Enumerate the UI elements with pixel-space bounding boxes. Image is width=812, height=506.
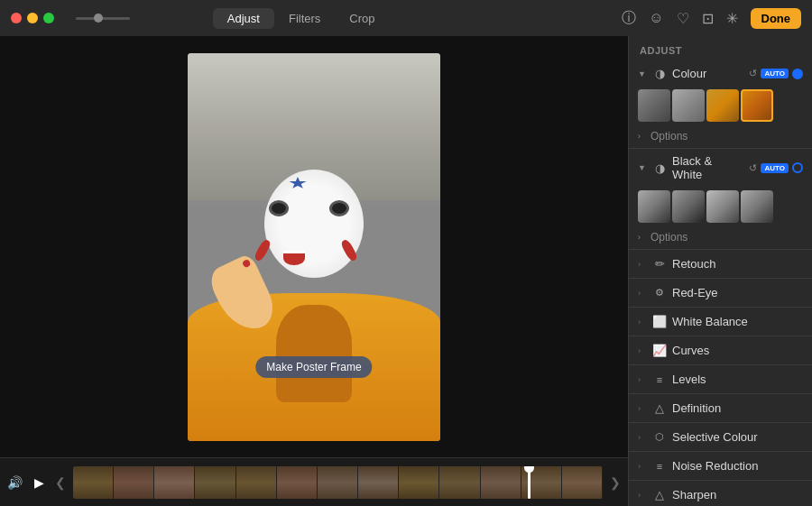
levels-label: Levels <box>672 373 803 386</box>
bw-swatch-2[interactable] <box>672 190 705 223</box>
swatch-1[interactable] <box>638 89 670 122</box>
colour-options[interactable]: › Options <box>629 127 812 148</box>
auto-badge[interactable]: AUTO <box>761 69 789 78</box>
retouch-label: Retouch <box>672 257 803 271</box>
chevron-right-icon: › <box>638 404 647 413</box>
noise-icon: ≡ <box>652 461 667 472</box>
smile-mark-left <box>254 238 272 262</box>
adjust-header: ADJUST <box>629 36 812 61</box>
maximize-button[interactable] <box>43 13 54 23</box>
section-sharpen[interactable]: › △ Sharpen <box>629 481 812 506</box>
chevron-right-icon: › <box>638 260 647 269</box>
section-retouch[interactable]: › ✏ Retouch <box>629 250 812 279</box>
colour-swatches <box>629 86 812 127</box>
section-wb[interactable]: › ⬜ White Balance <box>629 308 812 336</box>
redeye-icon: ⚙ <box>652 287 667 299</box>
crop-icon[interactable]: ⊡ <box>702 10 714 27</box>
swatch-2[interactable] <box>672 89 705 122</box>
section-redeye[interactable]: › ⚙ Red-Eye <box>629 279 812 308</box>
close-button[interactable] <box>11 13 22 23</box>
definition-icon: △ <box>652 401 667 415</box>
timeline: 🔊 ▶ ❮ ❯ <box>0 457 628 506</box>
timeline-frame <box>114 466 154 499</box>
info-icon[interactable]: ⓘ <box>622 9 636 28</box>
minimize-button[interactable] <box>27 13 38 23</box>
chevron-right-icon: › <box>638 317 647 327</box>
section-bw: ▼ ◑ Black & White ↺ AUTO › Options <box>629 149 812 250</box>
traffic-lights <box>11 13 54 23</box>
wb-icon: ⬜ <box>652 315 667 328</box>
bw-options-label: Options <box>651 231 687 244</box>
timeline-right-arrow[interactable]: ❯ <box>610 475 621 490</box>
timeline-frame <box>236 466 277 499</box>
bw-swatch-3[interactable] <box>706 190 739 223</box>
play-button[interactable]: ▶ <box>30 474 48 492</box>
video-scene <box>188 53 440 441</box>
hand-decoration <box>241 259 251 269</box>
done-button[interactable]: Done <box>751 8 802 29</box>
undo-icon[interactable]: ↺ <box>749 68 757 79</box>
section-bw-row[interactable]: ▼ ◑ Black & White ↺ AUTO <box>629 149 812 187</box>
brightness-slider[interactable] <box>76 17 134 20</box>
timeline-left-arrow[interactable]: ❮ <box>55 475 66 490</box>
video-area: Make Poster Frame <box>0 36 628 457</box>
swatch-3[interactable] <box>706 89 739 122</box>
chevron-right-icon: › <box>638 491 647 500</box>
chevron-right-icon: › <box>638 433 647 442</box>
chevron-down-icon: ▼ <box>638 69 647 78</box>
timeline-frame <box>154 466 195 499</box>
tab-crop[interactable]: Crop <box>335 8 389 29</box>
mouth <box>283 251 305 265</box>
eye-left <box>269 200 289 216</box>
main-content: Make Poster Frame 🔊 ▶ ❮ <box>0 36 812 506</box>
timeline-frame <box>195 466 235 499</box>
volume-icon[interactable]: 🔊 <box>7 475 23 490</box>
timeline-frame <box>73 466 114 499</box>
heart-icon[interactable]: ♡ <box>677 10 689 27</box>
section-definition[interactable]: › △ Definition <box>629 394 812 423</box>
chevron-right-icon: › <box>638 132 647 141</box>
timeline-frame <box>318 466 358 499</box>
video-frame: Make Poster Frame <box>188 53 440 441</box>
colour-icon: ◑ <box>652 67 667 80</box>
face-icon[interactable]: ☺ <box>649 10 663 26</box>
tab-filters[interactable]: Filters <box>274 8 335 29</box>
timeline-frame <box>399 466 439 499</box>
fox-logo <box>276 305 352 402</box>
tab-adjust[interactable]: Adjust <box>213 8 274 29</box>
left-panel: Make Poster Frame 🔊 ▶ ❮ <box>0 36 628 506</box>
bw-swatch-4[interactable] <box>741 190 773 223</box>
timeline-playhead[interactable] <box>528 466 531 499</box>
section-selective[interactable]: › ⬡ Selective Colour <box>629 423 812 452</box>
section-levels[interactable]: › ≡ Levels <box>629 365 812 394</box>
section-colour-row[interactable]: ▼ ◑ Colour ↺ AUTO <box>629 61 812 86</box>
face <box>264 170 364 278</box>
timeline-frame <box>562 466 603 499</box>
section-curves[interactable]: › 📈 Curves <box>629 336 812 365</box>
colour-label: Colour <box>672 67 743 80</box>
sharpen-icon: △ <box>652 488 667 501</box>
toggle-dot[interactable] <box>792 69 803 79</box>
titlebar-icons: ⓘ ☺ ♡ ⊡ ✳ Done <box>622 8 801 29</box>
timeline-frame <box>277 466 318 499</box>
definition-label: Definition <box>672 401 803 415</box>
chevron-right-icon: › <box>638 462 647 471</box>
section-noise[interactable]: › ≡ Noise Reduction <box>629 452 812 481</box>
bw-options[interactable]: › Options <box>629 228 812 249</box>
bw-swatches <box>629 187 812 228</box>
swatch-4-selected[interactable] <box>741 89 773 122</box>
poster-frame-tooltip[interactable]: Make Poster Frame <box>255 356 372 378</box>
undo-icon[interactable]: ↺ <box>749 162 757 174</box>
wb-label: White Balance <box>672 315 803 328</box>
levels-icon: ≡ <box>652 374 667 385</box>
toggle-dot-bw[interactable] <box>792 162 803 173</box>
magic-icon[interactable]: ✳ <box>726 10 738 27</box>
section-colour: ▼ ◑ Colour ↺ AUTO › Options <box>629 61 812 149</box>
noise-label: Noise Reduction <box>672 459 803 473</box>
timeline-strip[interactable] <box>73 466 603 499</box>
bw-swatch-1[interactable] <box>638 190 670 223</box>
bw-icon: ◑ <box>652 161 667 175</box>
auto-badge-bw[interactable]: AUTO <box>761 163 789 173</box>
retouch-icon: ✏ <box>652 257 667 271</box>
chevron-right-icon: › <box>638 233 647 242</box>
